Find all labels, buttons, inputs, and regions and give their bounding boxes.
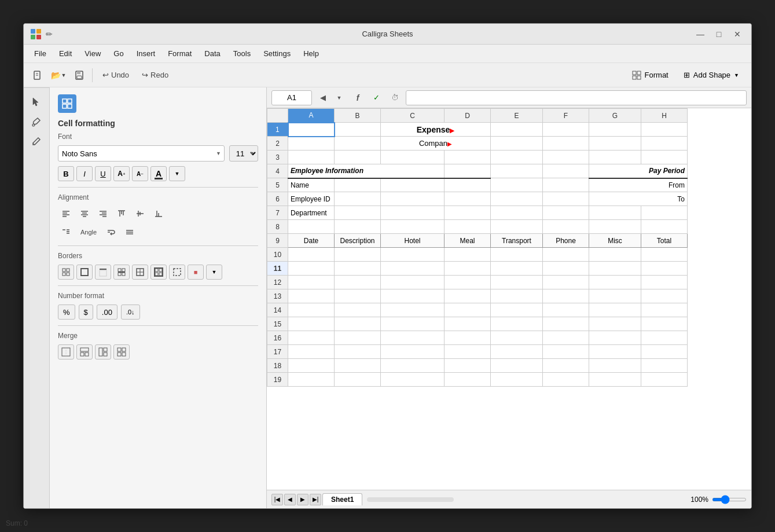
cell-A9[interactable]: Date: [288, 234, 335, 248]
navigate-back-button[interactable]: ◀: [315, 90, 330, 105]
row-header-7[interactable]: 7: [267, 206, 288, 220]
row-header-15[interactable]: 15: [267, 317, 288, 331]
menu-file[interactable]: File: [28, 47, 52, 60]
cell-F2[interactable]: [543, 137, 589, 151]
cell-E9[interactable]: Transport: [491, 234, 543, 248]
decrease-font-button[interactable]: A−: [132, 166, 148, 181]
cell-H9[interactable]: Total: [641, 234, 688, 248]
cell-D9[interactable]: Meal: [445, 234, 491, 248]
sheet-first-button[interactable]: |◀: [271, 494, 283, 505]
cell-C5[interactable]: [381, 178, 445, 192]
row-header-4[interactable]: 4: [267, 164, 288, 178]
cell-G4[interactable]: Pay Period: [589, 164, 688, 178]
align-top-button[interactable]: [113, 206, 130, 221]
row-header-1[interactable]: 1: [267, 123, 288, 137]
redo-button[interactable]: ↪ Redo: [137, 68, 174, 82]
row-header-10[interactable]: 10: [267, 248, 288, 262]
border-all-button[interactable]: [132, 265, 148, 280]
formula-input[interactable]: [406, 90, 747, 105]
cell-G8[interactable]: [589, 220, 641, 234]
new-document-button[interactable]: [30, 67, 46, 83]
function-button[interactable]: f: [350, 90, 365, 105]
cell-G3[interactable]: [589, 151, 641, 164]
font-select[interactable]: Noto Sans Arial Times New Roman: [58, 145, 225, 162]
align-bottom-button[interactable]: [150, 206, 167, 221]
cell-A8[interactable]: [288, 220, 335, 234]
cell-B5[interactable]: [335, 178, 381, 192]
border-custom-button[interactable]: [169, 265, 185, 280]
text-wrap-button[interactable]: [103, 225, 119, 240]
cell-D7[interactable]: [445, 206, 491, 220]
decimal2-button[interactable]: .0↓: [121, 304, 140, 320]
cell-H2[interactable]: [641, 137, 688, 151]
row-header-6[interactable]: 6: [267, 192, 288, 206]
menu-tools[interactable]: Tools: [227, 47, 256, 60]
row-header-3[interactable]: 3: [267, 151, 288, 164]
row-header-9[interactable]: 9: [267, 234, 288, 248]
grid-container[interactable]: A B C D E F G H 1: [267, 108, 751, 490]
text-overflow-button[interactable]: [122, 225, 138, 240]
cell-H7[interactable]: [641, 206, 688, 220]
font-color-dropdown-button[interactable]: ▼: [169, 166, 185, 181]
increase-font-button[interactable]: A+: [113, 166, 130, 181]
cursor-icon[interactable]: [28, 94, 45, 110]
col-header-D[interactable]: D: [445, 109, 491, 123]
align-left-button[interactable]: [58, 206, 74, 221]
cell-H3[interactable]: [641, 151, 688, 164]
border-outer-button[interactable]: [76, 265, 93, 280]
cell-reference-input[interactable]: [271, 90, 312, 105]
cell-B3[interactable]: [335, 151, 381, 164]
underline-button[interactable]: U: [95, 166, 111, 181]
col-header-F[interactable]: F: [543, 109, 589, 123]
merge-all-button[interactable]: [58, 344, 74, 359]
cell-B9[interactable]: Description: [335, 234, 381, 248]
font-color-button[interactable]: A: [150, 166, 167, 181]
cell-G9[interactable]: Misc: [589, 234, 641, 248]
menu-data[interactable]: Data: [199, 47, 226, 60]
col-header-G[interactable]: G: [589, 109, 641, 123]
border-outer-thick-button[interactable]: [150, 265, 167, 280]
percent-button[interactable]: %: [58, 304, 75, 320]
cell-A1[interactable]: [288, 123, 335, 137]
cell-E4[interactable]: [491, 164, 543, 178]
cell-A5[interactable]: Name: [288, 178, 335, 192]
maximize-button[interactable]: □: [711, 27, 727, 41]
cell-D3[interactable]: [445, 151, 491, 164]
cell-C9[interactable]: Hotel: [381, 234, 445, 248]
col-header-C[interactable]: C: [381, 109, 445, 123]
sheet-tab-1[interactable]: Sheet1: [322, 493, 362, 505]
font-size-select[interactable]: 11 8910 121416: [229, 145, 258, 162]
sheet-next-button[interactable]: ▶: [297, 494, 308, 505]
cell-E5[interactable]: [491, 178, 543, 192]
cell-A2[interactable]: [288, 137, 335, 151]
row-header-2[interactable]: 2: [267, 137, 288, 151]
cell-D6[interactable]: [445, 192, 491, 206]
cell-C3[interactable]: [381, 151, 445, 164]
horizontal-scroll[interactable]: [367, 497, 454, 502]
unmerge-button[interactable]: [113, 344, 130, 359]
angle-button[interactable]: Angle: [76, 225, 101, 240]
border-top-button[interactable]: [95, 265, 111, 280]
undo-button[interactable]: ↩ Undo: [97, 68, 134, 82]
row-header-14[interactable]: 14: [267, 303, 288, 317]
row-header-11[interactable]: 11: [267, 262, 288, 276]
border-color-button[interactable]: ■: [188, 265, 204, 280]
cell-F9[interactable]: Phone: [543, 234, 589, 248]
paint-icon[interactable]: [28, 113, 45, 130]
cell-H1[interactable]: [641, 123, 688, 137]
cell-F7[interactable]: [543, 206, 589, 220]
sheet-last-button[interactable]: ▶|: [310, 494, 321, 505]
row-header-8[interactable]: 8: [267, 220, 288, 234]
row-header-17[interactable]: 17: [267, 345, 288, 359]
cell-A4[interactable]: Employee Information: [288, 164, 445, 178]
close-button[interactable]: ✕: [729, 27, 745, 41]
menu-edit[interactable]: Edit: [53, 47, 78, 60]
cell-A3[interactable]: [288, 151, 335, 164]
cell-C2[interactable]: Compan▶: [381, 137, 491, 151]
cell-B6[interactable]: [335, 192, 381, 206]
formula-accept-button[interactable]: ✓: [369, 90, 384, 105]
cell-H8[interactable]: [641, 220, 688, 234]
cell-G7[interactable]: [589, 206, 641, 220]
save-button[interactable]: [71, 67, 87, 83]
col-header-B[interactable]: B: [335, 109, 381, 123]
